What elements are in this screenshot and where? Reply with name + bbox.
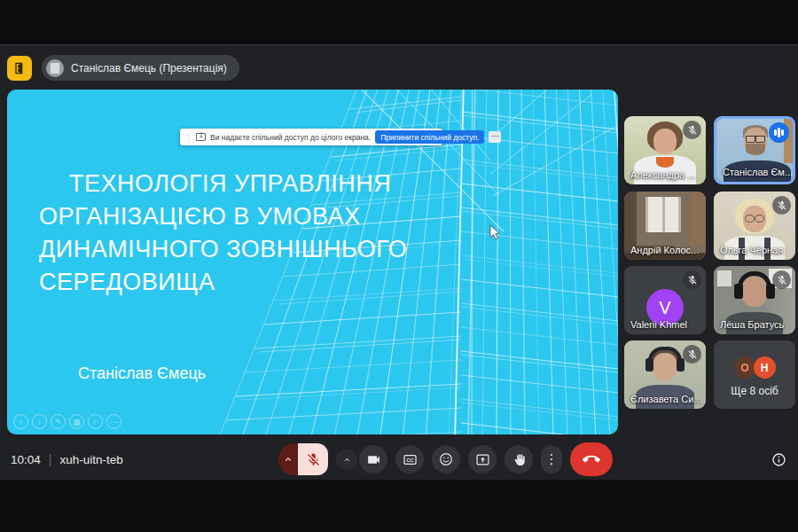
- participant-name: Андрій Колос...: [630, 245, 699, 255]
- camera-icon: [366, 452, 381, 467]
- presenter-pill[interactable]: Станіслав Ємець (Презентація): [42, 55, 239, 81]
- mic-off-icon: [306, 452, 321, 467]
- participant-name: Александра ...: [630, 169, 695, 180]
- camera-button[interactable]: [359, 445, 387, 473]
- meeting-code: xuh-uitn-teb: [59, 453, 122, 466]
- participant-tile[interactable]: V Valerii Khmel: [624, 266, 706, 334]
- presenter-thumbnail: [46, 59, 64, 77]
- slide-title: ТЕХНОЛОГІЯ УПРАВЛІННЯ ОРГАНІЗАЦІЄЮ В УМО…: [39, 168, 420, 299]
- pen-icon: ✎: [51, 414, 66, 429]
- mic-muted-icon: [772, 196, 791, 215]
- slide-author: Станіслав Ємець: [78, 364, 206, 383]
- presenter-pill-label: Станіслав Ємець (Презентація): [71, 62, 227, 74]
- slide-title-line: ДИНАМІЧНОГО ЗОВНІШНЬОГО: [39, 233, 420, 266]
- mic-options-button[interactable]: [278, 443, 298, 475]
- divider: |: [49, 452, 52, 466]
- overflow-avatars: O H: [714, 356, 795, 379]
- reactions-button[interactable]: [432, 445, 460, 473]
- door-extension-button[interactable]: [7, 56, 32, 81]
- end-call-icon: [583, 450, 600, 468]
- more-options-button[interactable]: ⋮: [541, 445, 562, 473]
- mic-muted-icon: [683, 121, 701, 139]
- raise-hand-button[interactable]: [505, 445, 533, 473]
- banner-minimize-button[interactable]: —: [489, 131, 501, 143]
- prev-slide-icon: ‹: [13, 414, 28, 429]
- slide-title-line: СЕРЕДОВИЩА: [39, 266, 420, 299]
- overflow-tile-background: O H Ще 8 осіб: [714, 340, 795, 409]
- camera-button-group: [336, 443, 387, 475]
- stop-share-button[interactable]: Припинити спільний доступ.: [375, 130, 484, 144]
- shared-screen-slide: ⋮ Ви надаєте спільний доступ до цілого е…: [7, 90, 618, 434]
- participant-name: Єлизавета Си...: [630, 394, 701, 404]
- mic-muted-button[interactable]: [298, 443, 328, 475]
- participant-tile[interactable]: Лёша Братусь: [714, 266, 795, 334]
- info-icon: [771, 451, 787, 468]
- screen-share-banner: ⋮ Ви надаєте спільний доступ до цілого е…: [180, 129, 442, 145]
- captions-button[interactable]: CC: [395, 445, 424, 473]
- slideshow-controls: ‹ › ✎ ▦ ⌕ ⋯: [13, 414, 121, 429]
- speaking-indicator-icon: [769, 122, 789, 143]
- smiley-icon: [438, 451, 454, 467]
- bottom-bar: 10:04 | xuh-uitn-teb: [0, 438, 798, 481]
- slide-title-line: ТЕХНОЛОГІЯ УПРАВЛІННЯ: [39, 168, 420, 200]
- more-controls-icon: ⋯: [106, 414, 121, 429]
- door-icon: [12, 61, 27, 75]
- participant-name: Ольга Чёрная: [720, 245, 783, 255]
- screenshot-stage: Станіслав Ємець (Презентація) ⋮ Ви надає…: [0, 0, 798, 532]
- slide-title-line: ОРГАНІЗАЦІЄЮ В УМОВАХ: [39, 200, 420, 233]
- participant-name: Лёша Братусь: [720, 319, 784, 330]
- chevron-up-icon: [342, 455, 352, 465]
- raise-hand-icon: [512, 452, 527, 467]
- participant-name: Станіслав Єм...: [723, 167, 793, 177]
- meeting-details-button[interactable]: [768, 449, 789, 470]
- clock-time: 10:04: [11, 453, 41, 466]
- meet-window: Станіслав Ємець (Презентація) ⋮ Ви надає…: [0, 44, 798, 480]
- mic-muted-icon: [683, 270, 701, 289]
- mic-muted-icon: [683, 345, 701, 364]
- banner-drag-handle: ⋮: [184, 133, 192, 142]
- share-screen-icon: [196, 133, 206, 141]
- mic-button-group: [278, 443, 328, 475]
- call-controls: CC: [278, 443, 613, 475]
- next-slide-icon: ›: [32, 414, 47, 429]
- participant-name: Valerii Khmel: [630, 319, 687, 330]
- chevron-up-icon: [283, 454, 293, 465]
- leave-call-button[interactable]: [570, 442, 613, 476]
- meeting-info: 10:04 | xuh-uitn-teb: [11, 438, 123, 481]
- participant-tile[interactable]: Ольга Чёрная: [714, 192, 795, 260]
- overflow-participants-tile[interactable]: O H Ще 8 осіб: [714, 340, 795, 409]
- camera-options-button[interactable]: [336, 449, 357, 470]
- share-banner-message: Ви надаєте спільний доступ до цілого екр…: [210, 133, 371, 142]
- captions-icon: CC: [403, 452, 418, 467]
- mic-muted-icon: [772, 270, 791, 289]
- participant-tile[interactable]: Єлизавета Си...: [624, 340, 706, 409]
- participant-tile-active-speaker[interactable]: Станіслав Єм...: [714, 116, 795, 184]
- participant-tile[interactable]: Андрій Колос...: [624, 192, 706, 260]
- avatar-letter: H: [754, 356, 776, 379]
- present-screen-icon: [475, 452, 490, 467]
- svg-text:CC: CC: [406, 457, 413, 462]
- mouse-cursor: [489, 224, 502, 240]
- avatar-letter: O: [734, 356, 756, 379]
- top-bar: Станіслав Ємець (Презентація): [0, 45, 798, 90]
- present-button[interactable]: [468, 445, 497, 473]
- participant-tile[interactable]: Александра ...: [624, 116, 706, 184]
- overflow-count-label: Ще 8 осіб: [714, 385, 795, 397]
- zoom-icon: ⌕: [88, 414, 103, 429]
- all-slides-icon: ▦: [69, 414, 84, 429]
